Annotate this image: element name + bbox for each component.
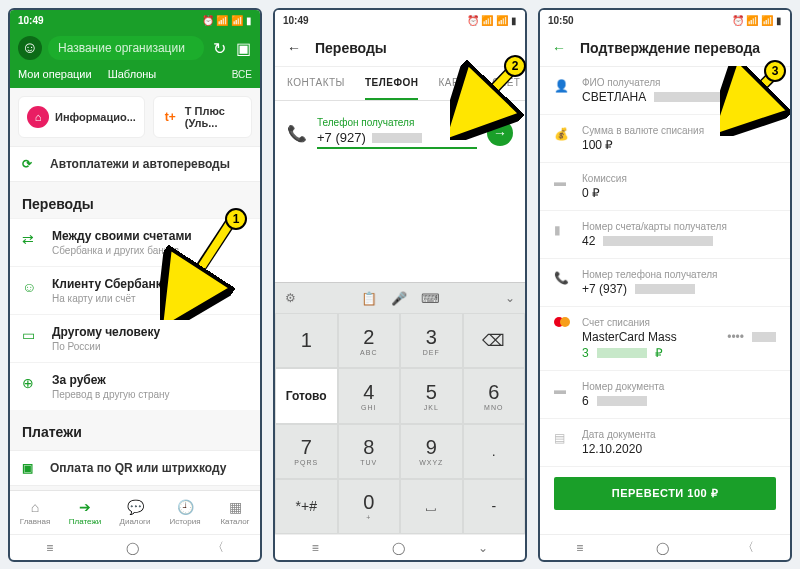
- clock: 10:49: [283, 15, 309, 26]
- back-button[interactable]: ←: [287, 40, 301, 56]
- transfer-other-person[interactable]: ▭ Другому человеку По России: [10, 314, 260, 362]
- recipient-phone-input[interactable]: Телефон получателя +7 (927): [317, 117, 477, 149]
- settings-icon[interactable]: ⚙: [285, 291, 296, 305]
- tab-phone[interactable]: ТЕЛЕФОН: [365, 67, 419, 100]
- key-hash[interactable]: ⎵: [400, 479, 463, 534]
- nav-recent[interactable]: ≡: [46, 541, 53, 555]
- key-backspace[interactable]: ⌫: [463, 313, 526, 368]
- card-icon: ▭: [22, 327, 40, 343]
- tplus-icon: t+: [162, 106, 179, 128]
- home-icon: ⌂: [27, 106, 49, 128]
- nav-home[interactable]: ◯: [126, 541, 139, 555]
- list-item-title: За рубеж: [52, 373, 170, 387]
- list-item-title: Клиенту Сбербанка: [52, 277, 168, 291]
- tab-home[interactable]: ⌂Главная: [10, 491, 60, 534]
- key-8[interactable]: 8TUV: [338, 424, 401, 479]
- transfer-own-accounts[interactable]: ⇄ Между своими счетами Сбербанка и други…: [10, 218, 260, 266]
- field-label: Телефон получателя: [317, 117, 477, 128]
- voice-icon[interactable]: ↻: [210, 39, 228, 57]
- list-item-subtitle: По России: [52, 341, 160, 352]
- status-icons: ⏰ 📶 📶 ▮: [202, 15, 252, 26]
- list-item-subtitle: Перевод в другую страну: [52, 389, 170, 400]
- list-item-subtitle: На карту или счёт: [52, 293, 168, 304]
- tab-catalog[interactable]: ▦Каталог: [210, 491, 260, 534]
- key-symbols[interactable]: *+#: [275, 479, 338, 534]
- bottom-tab-bar: ⌂Главная ➔Платежи 💬Диалоги 🕘История ▦Кат…: [10, 490, 260, 534]
- key-9[interactable]: 9WXYZ: [400, 424, 463, 479]
- callout-badge-2: 2: [504, 55, 526, 77]
- tab-payments[interactable]: ➔Платежи: [60, 491, 110, 534]
- quick-card-label: Т Плюс (Уль...: [185, 105, 243, 129]
- search-input[interactable]: Название организации: [48, 36, 204, 60]
- phone-screen-1: 10:49 ⏰ 📶 📶 ▮ ☺ Название организации ↻ ▣…: [8, 8, 262, 562]
- nav-back[interactable]: 〈: [742, 539, 754, 556]
- nav-recent[interactable]: ≡: [576, 541, 583, 555]
- android-nav: ≡ ◯ ⌄: [275, 534, 525, 560]
- transfer-abroad[interactable]: ⊕ За рубеж Перевод в другую страну: [10, 362, 260, 410]
- doc-icon: ▮: [554, 223, 570, 237]
- tab-my-ops[interactable]: Мои операции: [18, 68, 92, 80]
- header: ← Переводы: [275, 30, 525, 67]
- quick-card-1[interactable]: ⌂ Информацио...: [18, 96, 145, 138]
- key-5[interactable]: 5JKL: [400, 368, 463, 423]
- submit-button[interactable]: →: [487, 120, 513, 146]
- phone-screen-2: 10:49 ⏰ 📶 📶 ▮ ← Переводы КОНТАКТЫ ТЕЛЕФО…: [273, 8, 527, 562]
- key-6[interactable]: 6MNO: [463, 368, 526, 423]
- back-button[interactable]: ←: [552, 40, 566, 56]
- section-payments-title: Платежи: [10, 410, 260, 446]
- keyboard-icon[interactable]: ⌨: [421, 291, 440, 306]
- callout-badge-3: 3: [764, 60, 786, 82]
- key-done[interactable]: Готово: [275, 368, 338, 423]
- tab-all[interactable]: ВСЕ: [232, 69, 252, 80]
- clock-icon: 🕘: [177, 499, 194, 515]
- key-1[interactable]: 1: [275, 313, 338, 368]
- android-nav: ≡ ◯ 〈: [10, 534, 260, 560]
- tab-history[interactable]: 🕘История: [160, 491, 210, 534]
- hash-icon: ▬: [554, 383, 570, 397]
- status-bar: 10:49 ⏰ 📶 📶 ▮: [275, 10, 525, 30]
- key-2[interactable]: 2ABC: [338, 313, 401, 368]
- autopayments-link[interactable]: ⟳ Автоплатежи и автопереводы: [10, 146, 260, 182]
- pay-by-qr-label: Оплата по QR или штрихкоду: [50, 461, 226, 475]
- keyboard-toolbar: ⚙ 📋 🎤 ⌨ ⌄: [275, 283, 525, 313]
- key-4[interactable]: 4GHI: [338, 368, 401, 423]
- clipboard-icon[interactable]: 📋: [361, 291, 377, 306]
- nav-collapse[interactable]: ⌄: [478, 541, 488, 555]
- key-dash[interactable]: -: [463, 479, 526, 534]
- key-dot[interactable]: .: [463, 424, 526, 479]
- qr-icon[interactable]: ▣: [234, 39, 252, 57]
- status-bar: 10:50 ⏰ 📶 📶 ▮: [540, 10, 790, 30]
- list-item-subtitle: Сбербанка и других банков: [52, 245, 192, 256]
- tab-card[interactable]: КАРТА: [438, 67, 472, 100]
- globe-icon: ⊕: [22, 375, 40, 391]
- confirm-transfer-button[interactable]: ПЕРЕВЕСТИ 100 ₽: [554, 477, 776, 510]
- mic-icon[interactable]: 🎤: [391, 291, 407, 306]
- home-icon: ⌂: [31, 499, 39, 515]
- chat-icon: 💬: [127, 499, 144, 515]
- calendar-icon: ▤: [554, 431, 570, 445]
- key-0[interactable]: 0+: [338, 479, 401, 534]
- row-phone-number: 📞 Номер телефона получателя +7 (937): [540, 259, 790, 307]
- phone-screen-3: 10:50 ⏰ 📶 📶 ▮ ← Подтверждение перевода 👤…: [538, 8, 792, 562]
- status-icons: ⏰ 📶 📶 ▮: [467, 15, 517, 26]
- callout-badge-1: 1: [225, 208, 247, 230]
- section-transfers-title: Переводы: [10, 182, 260, 218]
- key-3[interactable]: 3DEF: [400, 313, 463, 368]
- nav-home[interactable]: ◯: [656, 541, 669, 555]
- collapse-keyboard[interactable]: ⌄: [505, 291, 515, 305]
- transfer-sber-client[interactable]: ☺ Клиенту Сбербанка На карту или счёт: [10, 266, 260, 314]
- nav-home[interactable]: ◯: [392, 541, 405, 555]
- tab-contacts[interactable]: КОНТАКТЫ: [287, 67, 345, 100]
- nav-back[interactable]: 〈: [212, 539, 224, 556]
- header: ☺ Название организации ↻ ▣ Мои операции …: [10, 30, 260, 88]
- pay-by-qr[interactable]: ▣ Оплата по QR или штрихкоду: [10, 450, 260, 486]
- clock: 10:49: [18, 15, 44, 26]
- profile-button[interactable]: ☺: [18, 36, 42, 60]
- key-7[interactable]: 7PQRS: [275, 424, 338, 479]
- status-bar: 10:49 ⏰ 📶 📶 ▮: [10, 10, 260, 30]
- status-icons: ⏰ 📶 📶 ▮: [732, 15, 782, 26]
- quick-card-2[interactable]: t+ Т Плюс (Уль...: [153, 96, 252, 138]
- nav-recent[interactable]: ≡: [312, 541, 319, 555]
- tab-dialogs[interactable]: 💬Диалоги: [110, 491, 160, 534]
- tab-templates[interactable]: Шаблоны: [108, 68, 157, 80]
